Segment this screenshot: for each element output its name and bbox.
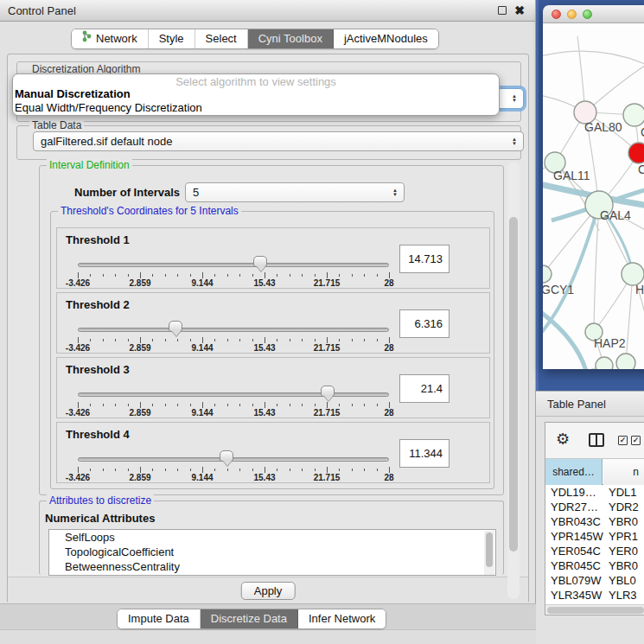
- slider-scale-label: 2.859: [129, 408, 150, 418]
- table-cell: YLR3: [603, 588, 644, 603]
- checkbox-icon[interactable]: ✓: [618, 436, 628, 445]
- table-cell: YBR0: [603, 558, 644, 573]
- slider-thumb[interactable]: [321, 386, 335, 397]
- bottom-filler-strip: [0, 629, 536, 644]
- table-cell: YDR27…: [545, 500, 603, 514]
- close-traffic-light-icon[interactable]: [552, 10, 561, 19]
- slider-scale-label: 9.144: [191, 408, 213, 418]
- table-row[interactable]: YBR045CYBR0: [545, 558, 644, 573]
- number-of-intervals-label: Number of Intervals: [74, 186, 180, 199]
- slider-scale-label: 21.715: [314, 473, 341, 482]
- threshold-4-value[interactable]: 11.344: [399, 439, 450, 468]
- column-header-shared-name[interactable]: shared…: [545, 459, 603, 485]
- bottom-tab-bar: Impute Data Discretize Data Infer Networ…: [117, 609, 386, 629]
- tab-impute-data[interactable]: Impute Data: [118, 609, 201, 628]
- slider-scale-label: -3.426: [66, 278, 90, 288]
- slider-scale-label: 21.715: [314, 278, 341, 288]
- numerical-attributes-list[interactable]: SelfLoopsTopologicalCoefficientBetweenne…: [48, 529, 496, 576]
- threshold-1-panel: Threshold 1 -3.4262.8599.14415.4321.7152…: [56, 227, 490, 289]
- network-window-titlebar: [543, 5, 644, 23]
- table-cell: YER054C: [545, 544, 603, 558]
- table-row[interactable]: YDL19…YDL1: [545, 485, 644, 500]
- desktop-background: GAL80 G C GAL11 GAL4 GCY1 H HAP2: [536, 0, 644, 391]
- column-header-name[interactable]: n: [603, 459, 644, 485]
- slider-scale-label: 15.43: [253, 278, 275, 288]
- threshold-2-value[interactable]: 6.316: [399, 309, 450, 338]
- threshold-1-slider[interactable]: -3.4262.8599.14415.4321.71528: [78, 258, 394, 287]
- list-scrollbar[interactable]: [484, 531, 494, 576]
- interval-definition-group: Interval Definition Number of Intervals …: [39, 165, 504, 495]
- threshold-3-value[interactable]: 21.4: [399, 374, 450, 403]
- table-cell: YER0: [603, 544, 644, 558]
- settings-scrollbar[interactable]: [507, 162, 520, 599]
- dropdown-option-manual[interactable]: Manual Discretization: [13, 87, 499, 101]
- control-panel: Control Panel ✖ Network Style Se: [0, 0, 536, 644]
- table-row[interactable]: YBR043CYBR0: [545, 514, 644, 529]
- stepper-arrows-icon: ▲▼: [512, 94, 517, 103]
- tab-jactivemnodules[interactable]: jActiveMNodules: [334, 29, 438, 48]
- zoom-traffic-light-icon[interactable]: [583, 10, 592, 19]
- tab-select[interactable]: Select: [195, 29, 248, 48]
- apply-button[interactable]: Apply: [241, 582, 296, 600]
- network-canvas[interactable]: GAL80 G C GAL11 GAL4 GCY1 H HAP2: [543, 23, 644, 369]
- table-cell: YBL0: [603, 573, 644, 588]
- checkbox-icon[interactable]: ✓: [631, 436, 641, 445]
- slider-scale-label: 2.859: [129, 473, 150, 482]
- slider-scale-label: 21.715: [314, 343, 341, 353]
- table-row[interactable]: YPR145WYPR1: [545, 529, 644, 544]
- slider-scale-label: 28: [384, 343, 393, 353]
- slider-scale-label: 9.144: [191, 278, 213, 288]
- table-panel: Table Panel ⚙ ✓ ✓ shared… n YDL19…YDL1YD…: [536, 391, 644, 644]
- table-row[interactable]: YBL079WYBL0: [545, 573, 644, 588]
- table-toolbar: ⚙ ✓ ✓: [545, 423, 644, 459]
- tab-style[interactable]: Style: [149, 29, 195, 48]
- slider-scale-label: -3.426: [66, 408, 90, 418]
- selected-red-node: [628, 143, 644, 163]
- node-label-partial-g: G: [641, 125, 644, 139]
- thresholds-group: Threshold's Coordinates for 5 Intervals …: [50, 211, 494, 489]
- table-row[interactable]: YDR27…YDR2: [545, 500, 644, 514]
- threshold-2-slider[interactable]: -3.4262.8599.14415.4321.71528: [78, 322, 394, 352]
- tab-discretize-data[interactable]: Discretize Data: [201, 609, 298, 628]
- table-cell: YBL079W: [545, 573, 603, 588]
- threshold-1-value[interactable]: 14.713: [399, 245, 450, 273]
- float-window-icon[interactable]: [498, 6, 507, 15]
- tab-network[interactable]: Network: [72, 29, 149, 48]
- table-panel-title: Table Panel: [547, 392, 606, 418]
- table-row[interactable]: YER054CYER0: [545, 544, 644, 558]
- table-row[interactable]: YLR345WYLR3: [545, 588, 644, 603]
- screen: Control Panel ✖ Network Style Se: [0, 0, 644, 644]
- list-item[interactable]: BetweennessCentrality: [49, 559, 495, 574]
- table-header: shared… n: [545, 459, 644, 485]
- number-of-intervals-combobox[interactable]: 5 ▲▼: [185, 182, 405, 202]
- threshold-3-slider[interactable]: -3.4262.8599.14415.4321.71528: [78, 387, 394, 417]
- slider-scale-label: 28: [384, 408, 393, 418]
- slider-thumb[interactable]: [169, 321, 182, 332]
- slider-thumb[interactable]: [253, 256, 267, 267]
- list-item[interactable]: SelfLoops: [49, 530, 495, 545]
- stepper-arrows-icon: ▲▼: [512, 137, 517, 146]
- table-data-combobox[interactable]: galFiltered.sif default node ▲▼: [33, 131, 524, 151]
- dropdown-option-equal-width[interactable]: Equal Width/Frequency Discretization: [13, 101, 499, 115]
- split-columns-icon[interactable]: [589, 433, 604, 447]
- node-label-gal11: GAL11: [553, 169, 590, 182]
- tab-cyni-toolbox[interactable]: Cyni Toolbox: [248, 29, 334, 48]
- group-title: Attributes to discretize: [47, 494, 154, 507]
- table-cell: YLR345W: [545, 588, 603, 603]
- network-view-window[interactable]: GAL80 G C GAL11 GAL4 GCY1 H HAP2: [543, 5, 644, 369]
- gear-icon[interactable]: ⚙: [556, 431, 570, 447]
- close-icon[interactable]: ✖: [514, 0, 525, 22]
- table-cell: YDL1: [603, 485, 644, 500]
- node-label-partial-c: C: [638, 163, 644, 176]
- minimize-traffic-light-icon[interactable]: [567, 10, 577, 19]
- node-label-gal80: GAL80: [584, 120, 622, 134]
- threshold-2-panel: Threshold 2 -3.4262.8599.14415.4321.7152…: [56, 292, 490, 354]
- table-cell: YBR0: [603, 514, 644, 529]
- slider-thumb[interactable]: [220, 450, 233, 462]
- node-table-body[interactable]: YDL19…YDL1YDR27…YDR2YBR043CYBR0YPR145WYP…: [545, 485, 644, 604]
- tab-infer-network[interactable]: Infer Network: [298, 609, 386, 628]
- list-item[interactable]: TopologicalCoefficient: [49, 545, 495, 559]
- group-title: Interval Definition: [47, 159, 132, 171]
- table-horizontal-scrollbar[interactable]: [545, 604, 644, 615]
- threshold-4-slider[interactable]: -3.4262.8599.14415.4321.71528: [78, 452, 394, 481]
